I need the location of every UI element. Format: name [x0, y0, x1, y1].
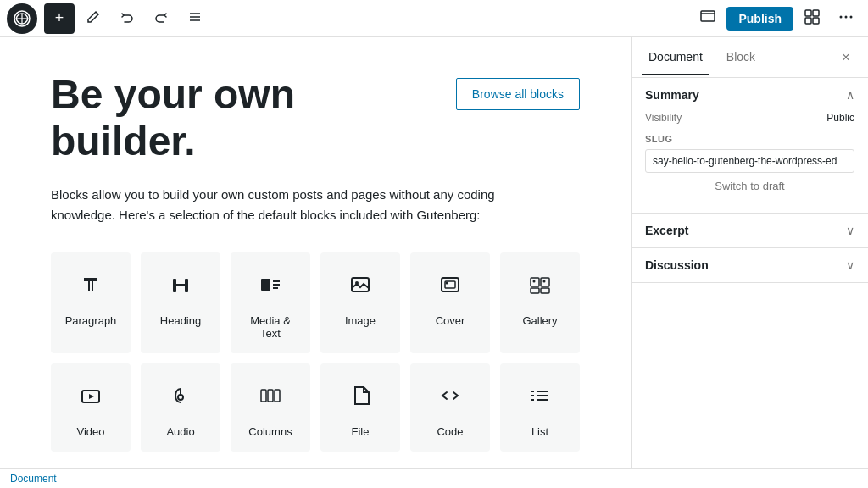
redo-icon	[154, 10, 168, 27]
svg-rect-22	[352, 278, 369, 291]
editor-description: Blocks allow you to build your own custo…	[51, 185, 509, 225]
svg-rect-11	[813, 18, 819, 24]
wp-logo	[7, 3, 37, 34]
code-icon	[438, 384, 462, 412]
image-icon	[348, 273, 372, 301]
block-item-paragraph[interactable]: Paragraph	[51, 252, 131, 353]
media-text-icon	[259, 273, 282, 301]
image-label: Image	[345, 314, 376, 327]
svg-rect-17	[185, 279, 188, 292]
tab-block[interactable]: Block	[720, 40, 762, 75]
redo-button[interactable]	[146, 3, 176, 34]
gallery-icon	[528, 273, 552, 301]
undo-icon	[120, 10, 134, 27]
block-item-audio[interactable]: Audio	[141, 363, 220, 452]
file-icon	[348, 384, 372, 412]
svg-rect-10	[805, 18, 811, 24]
columns-label: Columns	[248, 425, 292, 438]
svg-point-14	[850, 15, 853, 18]
block-item-image[interactable]: Image	[320, 252, 400, 353]
more-options-button[interactable]	[831, 3, 861, 34]
block-item-columns[interactable]: Columns	[231, 363, 310, 452]
toolbar: + Publish	[0, 0, 868, 37]
block-item-file[interactable]: File	[320, 363, 400, 452]
paragraph-icon	[79, 273, 103, 301]
svg-rect-24	[442, 278, 459, 291]
code-label: Code	[437, 425, 463, 438]
summary-toggle-icon: ∧	[846, 88, 854, 102]
visibility-value: Public	[826, 112, 854, 124]
list-view-button[interactable]	[180, 3, 210, 34]
block-item-video[interactable]: Video	[51, 363, 131, 452]
svg-point-13	[845, 15, 848, 18]
summary-title: Summary	[645, 88, 699, 102]
discussion-section: Discussion ∨	[632, 248, 868, 283]
svg-rect-29	[531, 288, 539, 293]
summary-section: Summary ∧ Visibility Public SLUG Switch …	[632, 78, 868, 214]
heading-icon	[169, 273, 192, 301]
block-item-code[interactable]: Code	[410, 363, 490, 452]
hero-section: Be your own builder. Browse all blocks	[51, 71, 580, 164]
edit-button[interactable]	[78, 3, 108, 34]
sidebar-tabs: Document Block ×	[632, 37, 868, 78]
preview-icon	[700, 10, 715, 27]
svg-point-26	[446, 282, 448, 285]
svg-rect-8	[805, 10, 811, 16]
blocks-grid: ParagraphHeadingMedia & TextImageCoverGa…	[51, 252, 580, 452]
cover-icon	[438, 273, 462, 301]
publish-button[interactable]: Publish	[726, 7, 793, 30]
discussion-title: Discussion	[645, 258, 709, 272]
svg-point-35	[178, 395, 183, 400]
settings-button[interactable]	[797, 3, 827, 34]
undo-button[interactable]	[112, 3, 142, 34]
slug-section: SLUG	[645, 134, 854, 173]
list-view-icon	[188, 10, 202, 27]
block-item-gallery[interactable]: Gallery	[500, 252, 580, 353]
settings-icon	[804, 9, 820, 28]
excerpt-section: Excerpt ∨	[632, 214, 868, 248]
gallery-label: Gallery	[522, 314, 557, 327]
slug-input[interactable]	[645, 149, 854, 173]
paragraph-label: Paragraph	[65, 314, 117, 327]
excerpt-section-header[interactable]: Excerpt ∨	[632, 214, 868, 247]
page-title: Be your own builder.	[51, 71, 436, 164]
discussion-section-header[interactable]: Discussion ∨	[632, 248, 868, 282]
video-label: Video	[76, 425, 104, 438]
svg-point-32	[543, 280, 546, 283]
summary-section-header[interactable]: Summary ∧	[632, 78, 868, 112]
visibility-row: Visibility Public	[645, 112, 854, 124]
list-icon	[528, 384, 552, 412]
svg-point-31	[533, 280, 536, 283]
excerpt-title: Excerpt	[645, 224, 688, 237]
status-bar: Document	[0, 468, 868, 488]
sidebar: Document Block × Summary ∧ Visibility Pu…	[631, 37, 868, 468]
preview-button[interactable]	[693, 3, 723, 34]
svg-rect-38	[268, 390, 273, 402]
svg-rect-9	[813, 10, 819, 16]
slug-label: SLUG	[645, 134, 854, 144]
discussion-toggle-icon: ∨	[846, 258, 854, 272]
block-item-media-text[interactable]: Media & Text	[231, 252, 310, 353]
tab-document[interactable]: Document	[642, 40, 709, 75]
svg-rect-39	[275, 390, 280, 402]
add-block-button[interactable]: +	[44, 3, 75, 34]
svg-rect-18	[261, 279, 270, 291]
sidebar-close-button[interactable]: ×	[834, 46, 858, 69]
svg-rect-37	[261, 390, 266, 402]
status-label: Document	[10, 473, 57, 485]
media-text-label: Media & Text	[241, 314, 300, 340]
switch-to-draft-button[interactable]: Switch to draft	[645, 173, 854, 199]
block-item-heading[interactable]: Heading	[141, 252, 220, 353]
ellipsis-icon	[838, 9, 854, 28]
browse-all-blocks-button[interactable]: Browse all blocks	[456, 78, 580, 110]
cover-label: Cover	[436, 314, 465, 327]
block-item-cover[interactable]: Cover	[410, 252, 490, 353]
svg-point-12	[840, 15, 843, 18]
file-label: File	[352, 425, 370, 438]
pencil-icon	[86, 10, 100, 27]
block-item-list[interactable]: List	[500, 363, 580, 452]
columns-icon	[259, 384, 282, 412]
plus-icon: +	[55, 9, 64, 27]
list-label: List	[531, 425, 548, 438]
heading-label: Heading	[160, 314, 201, 327]
